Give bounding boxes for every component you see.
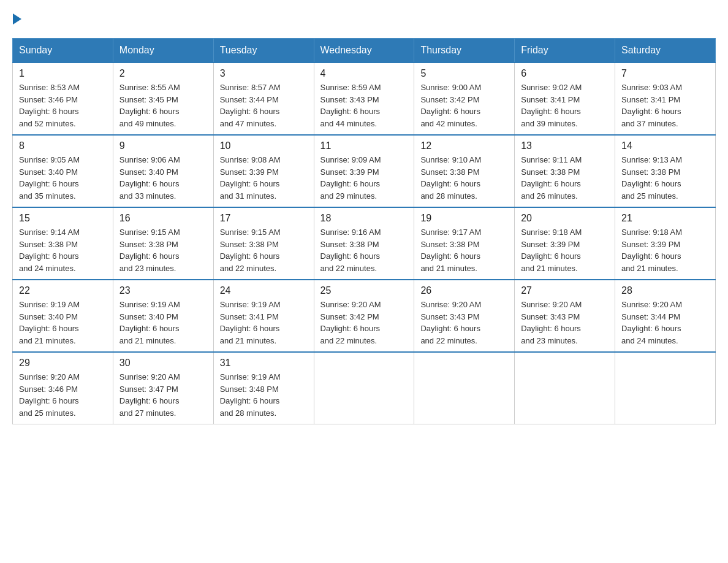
sunset-label: Sunset: 3:40 PM [19, 167, 78, 177]
daylight-label: Daylight: 6 hoursand 33 minutes. [119, 179, 180, 201]
sunrise-label: Sunrise: 9:20 AM [19, 372, 80, 381]
sunset-label: Sunset: 3:40 PM [19, 312, 78, 321]
week-row: 22 Sunrise: 9:19 AM Sunset: 3:40 PM Dayl… [13, 280, 716, 352]
sunset-label: Sunset: 3:46 PM [19, 385, 78, 394]
day-info: Sunrise: 8:57 AM Sunset: 3:44 PM Dayligh… [220, 82, 308, 129]
calendar-body: 1 Sunrise: 8:53 AM Sunset: 3:46 PM Dayli… [13, 63, 716, 424]
daylight-label: Daylight: 6 hoursand 27 minutes. [119, 396, 180, 418]
day-info: Sunrise: 9:20 AM Sunset: 3:43 PM Dayligh… [420, 299, 508, 347]
day-number: 29 [19, 358, 107, 369]
day-info: Sunrise: 9:20 AM Sunset: 3:46 PM Dayligh… [19, 371, 107, 419]
sunrise-label: Sunrise: 9:05 AM [19, 155, 80, 164]
day-info: Sunrise: 9:08 AM Sunset: 3:39 PM Dayligh… [220, 154, 308, 202]
daylight-label: Daylight: 6 hoursand 21 minutes. [621, 251, 681, 273]
day-number: 13 [521, 140, 609, 151]
calendar-cell: 26 Sunrise: 9:20 AM Sunset: 3:43 PM Dayl… [414, 280, 515, 352]
calendar-cell: 5 Sunrise: 9:00 AM Sunset: 3:42 PM Dayli… [414, 63, 515, 135]
sunset-label: Sunset: 3:43 PM [320, 95, 379, 104]
day-of-week-header: Monday [113, 39, 213, 63]
day-number: 19 [420, 213, 508, 224]
day-number: 20 [521, 213, 609, 224]
calendar-cell: 25 Sunrise: 9:20 AM Sunset: 3:42 PM Dayl… [314, 280, 414, 352]
sunrise-label: Sunrise: 9:13 AM [621, 155, 682, 164]
sunrise-label: Sunrise: 9:18 AM [621, 228, 682, 237]
calendar-cell: 18 Sunrise: 9:16 AM Sunset: 3:38 PM Dayl… [314, 207, 414, 280]
daylight-label: Daylight: 6 hoursand 21 minutes. [220, 324, 280, 345]
calendar-cell: 12 Sunrise: 9:10 AM Sunset: 3:38 PM Dayl… [414, 135, 515, 207]
day-info: Sunrise: 8:59 AM Sunset: 3:43 PM Dayligh… [320, 82, 408, 129]
daylight-label: Daylight: 6 hoursand 21 minutes. [420, 251, 480, 273]
day-info: Sunrise: 9:15 AM Sunset: 3:38 PM Dayligh… [220, 226, 308, 274]
day-info: Sunrise: 9:17 AM Sunset: 3:38 PM Dayligh… [420, 226, 508, 274]
sunrise-label: Sunrise: 9:20 AM [119, 372, 180, 381]
daylight-label: Daylight: 6 hoursand 37 minutes. [621, 107, 681, 128]
day-number: 15 [19, 213, 107, 224]
logo [12, 12, 25, 26]
daylight-label: Daylight: 6 hoursand 26 minutes. [521, 179, 581, 201]
day-info: Sunrise: 8:53 AM Sunset: 3:46 PM Dayligh… [19, 82, 107, 129]
sunset-label: Sunset: 3:43 PM [521, 312, 580, 321]
day-number: 9 [119, 140, 207, 151]
day-info: Sunrise: 9:18 AM Sunset: 3:39 PM Dayligh… [621, 226, 709, 274]
calendar-cell: 15 Sunrise: 9:14 AM Sunset: 3:38 PM Dayl… [13, 207, 113, 280]
sunrise-label: Sunrise: 9:20 AM [621, 300, 682, 309]
day-number: 30 [119, 358, 207, 369]
daylight-label: Daylight: 6 hoursand 49 minutes. [119, 107, 180, 128]
sunrise-label: Sunrise: 9:14 AM [19, 228, 80, 237]
sunrise-label: Sunrise: 9:08 AM [220, 155, 281, 164]
calendar-cell: 3 Sunrise: 8:57 AM Sunset: 3:44 PM Dayli… [213, 63, 314, 135]
calendar-cell: 9 Sunrise: 9:06 AM Sunset: 3:40 PM Dayli… [113, 135, 213, 207]
calendar-cell: 21 Sunrise: 9:18 AM Sunset: 3:39 PM Dayl… [615, 207, 716, 280]
sunrise-label: Sunrise: 9:16 AM [320, 228, 381, 237]
sunset-label: Sunset: 3:47 PM [119, 385, 178, 394]
sunset-label: Sunset: 3:38 PM [19, 240, 78, 249]
day-number: 2 [119, 68, 207, 79]
sunset-label: Sunset: 3:42 PM [320, 312, 379, 321]
day-number: 18 [320, 213, 408, 224]
sunset-label: Sunset: 3:39 PM [320, 167, 379, 177]
sunrise-label: Sunrise: 9:00 AM [420, 83, 481, 92]
sunrise-label: Sunrise: 9:19 AM [119, 300, 180, 309]
calendar-cell: 8 Sunrise: 9:05 AM Sunset: 3:40 PM Dayli… [13, 135, 113, 207]
calendar-cell [615, 352, 716, 424]
sunrise-label: Sunrise: 9:19 AM [220, 300, 281, 309]
calendar-cell: 17 Sunrise: 9:15 AM Sunset: 3:38 PM Dayl… [213, 207, 314, 280]
day-number: 8 [19, 140, 107, 151]
daylight-label: Daylight: 6 hoursand 21 minutes. [119, 324, 180, 345]
sunset-label: Sunset: 3:44 PM [220, 95, 279, 104]
calendar-cell: 6 Sunrise: 9:02 AM Sunset: 3:41 PM Dayli… [515, 63, 615, 135]
sunrise-label: Sunrise: 9:19 AM [220, 372, 281, 381]
sunset-label: Sunset: 3:39 PM [521, 240, 580, 249]
calendar-cell [414, 352, 515, 424]
calendar-cell: 27 Sunrise: 9:20 AM Sunset: 3:43 PM Dayl… [515, 280, 615, 352]
day-info: Sunrise: 9:20 AM Sunset: 3:42 PM Dayligh… [320, 299, 408, 347]
daylight-label: Daylight: 6 hoursand 24 minutes. [621, 324, 681, 345]
daylight-label: Daylight: 6 hoursand 42 minutes. [420, 107, 480, 128]
day-number: 12 [420, 140, 508, 151]
daylight-label: Daylight: 6 hoursand 39 minutes. [521, 107, 581, 128]
day-info: Sunrise: 9:00 AM Sunset: 3:42 PM Dayligh… [420, 82, 508, 129]
sunset-label: Sunset: 3:41 PM [220, 312, 279, 321]
daylight-label: Daylight: 6 hoursand 24 minutes. [19, 251, 79, 273]
day-of-week-header: Saturday [615, 39, 716, 63]
day-number: 17 [220, 213, 308, 224]
day-number: 22 [19, 285, 107, 296]
day-info: Sunrise: 9:05 AM Sunset: 3:40 PM Dayligh… [19, 154, 107, 202]
day-number: 16 [119, 213, 207, 224]
week-row: 15 Sunrise: 9:14 AM Sunset: 3:38 PM Dayl… [13, 207, 716, 280]
calendar-cell [515, 352, 615, 424]
sunset-label: Sunset: 3:42 PM [420, 95, 479, 104]
calendar-cell: 23 Sunrise: 9:19 AM Sunset: 3:40 PM Dayl… [113, 280, 213, 352]
day-info: Sunrise: 9:15 AM Sunset: 3:38 PM Dayligh… [119, 226, 207, 274]
sunrise-label: Sunrise: 9:18 AM [521, 228, 582, 237]
sunset-label: Sunset: 3:38 PM [621, 167, 680, 177]
daylight-label: Daylight: 6 hoursand 22 minutes. [220, 251, 280, 273]
sunset-label: Sunset: 3:39 PM [220, 167, 279, 177]
day-info: Sunrise: 9:20 AM Sunset: 3:44 PM Dayligh… [621, 299, 709, 347]
day-info: Sunrise: 9:19 AM Sunset: 3:40 PM Dayligh… [19, 299, 107, 347]
day-number: 11 [320, 140, 408, 151]
day-number: 3 [220, 68, 308, 79]
daylight-label: Daylight: 6 hoursand 25 minutes. [621, 179, 681, 201]
calendar-cell: 29 Sunrise: 9:20 AM Sunset: 3:46 PM Dayl… [13, 352, 113, 424]
calendar-cell [314, 352, 414, 424]
